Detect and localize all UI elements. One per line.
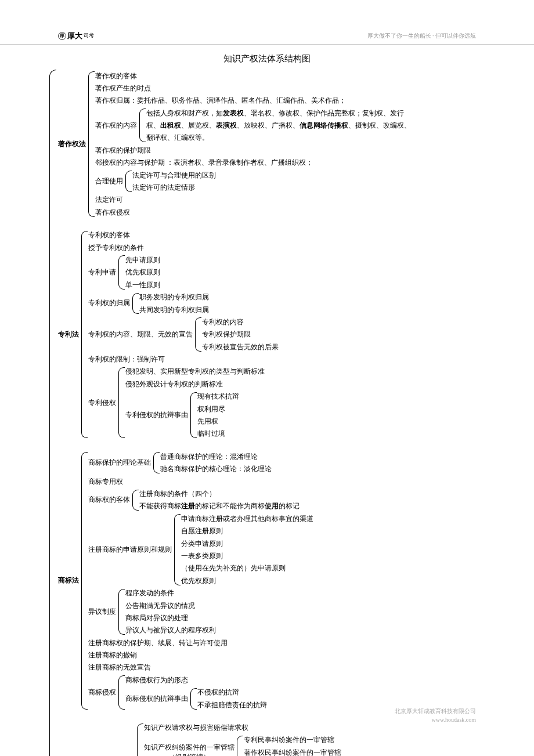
- node-infringement: 专利侵权 侵犯发明、实用新型专利权的类型与判断标准 侵犯外观设计专利权的判断标准…: [88, 366, 499, 440]
- node-theory: 商标保护的理论基础 普通商标保护的理论：混淆理论 驰名商标保护的核心理论：淡化理…: [88, 450, 499, 475]
- node-label: 商标权的客体: [88, 495, 132, 505]
- node-jurisdiction: 知识产权纠纷案件的一审管辖 （级别管辖） 专利民事纠纷案件的一审管辖 著作权民事…: [144, 734, 499, 756]
- leaf: 著作权的保护期限: [95, 144, 499, 156]
- leaf: 著作权侵权: [95, 206, 499, 218]
- footer: 北京厚大轩成教育科技有限公司 www.houdask.com: [395, 707, 476, 724]
- leaf: 异议人与被异议人的程序权利: [125, 624, 499, 636]
- leaf: 注册商标的无效宣告: [88, 661, 499, 674]
- logo-sub: 司考: [84, 32, 94, 40]
- leaf: 注册商标的条件（四个）: [139, 488, 499, 500]
- page-title: 知识产权法体系结构图: [0, 52, 534, 66]
- leaf: 现有技术抗辩: [197, 390, 499, 403]
- section-trademark: 商标法 商标保护的理论基础 普通商标保护的理论：混淆理论 驰名商标保护的核心理论…: [58, 450, 499, 711]
- leaf: 包括人身权和财产权，如发表权、署名权、修改权、保护作品完整权；复制权、发行: [146, 107, 466, 119]
- node-label: 商标保护的理论基础: [88, 458, 153, 468]
- leaf: 法定许可的法定情形: [132, 182, 499, 194]
- leaf: 不侵权的抗辩: [197, 686, 499, 699]
- leaf: 权、出租权、展览权、表演权、放映权、广播权、信息网络传播权、摄制权、改编权、: [146, 120, 466, 132]
- node-label: 专利侵权的抗辩事由: [125, 410, 190, 420]
- leaf: 侵犯外观设计专利权的判断标准: [125, 378, 499, 390]
- root-brace: [49, 70, 56, 756]
- leaf: 职务发明的专利权归属: [139, 291, 499, 303]
- leaf: 授予专利权的条件: [88, 241, 499, 254]
- leaf: 程序发动的条件: [125, 587, 499, 599]
- node-label: 专利申请: [88, 267, 118, 277]
- leaf: 著作权的客体: [95, 70, 499, 82]
- leaf: 普通商标保护的理论：混淆理论: [160, 450, 499, 462]
- leaf: 商标局对异议的处理: [125, 612, 499, 624]
- leaf: 法定许可与合理使用的区别: [132, 169, 499, 181]
- node-object: 商标权的客体 注册商标的条件（四个） 不能获得商标注册的标记和不能作为商标使用的…: [88, 488, 499, 513]
- leaf: 权利用尽: [197, 403, 499, 415]
- node-content: 著作权的内容 包括人身权和财产权，如发表权、署名权、修改权、保护作品完整权；复制…: [95, 107, 499, 144]
- leaf: 优先权原则: [125, 266, 499, 278]
- leaf: 先用权: [197, 415, 499, 428]
- leaf: 一表多类原则: [181, 549, 499, 562]
- node-defense: 专利侵权的抗辩事由 现有技术抗辩 权利用尽 先用权 临时过境: [125, 390, 499, 440]
- section-label: 专利法: [58, 330, 81, 339]
- leaf: 法定许可: [95, 194, 499, 206]
- leaf: 著作权归属：委托作品、职务作品、演绎作品、匿名作品、汇编作品、美术作品；: [95, 95, 499, 107]
- node-label: 专利权的内容、期限、无效的宣告: [88, 330, 195, 339]
- leaf: 著作权民事纠纷案件的一审管辖: [244, 746, 499, 756]
- node-application: 专利申请 先申请原则 优先权原则 单一性原则: [88, 254, 499, 291]
- leaf: 不能获得商标注册的标记和不能作为商标使用的标记: [139, 500, 499, 512]
- leaf: 商标专用权: [88, 475, 499, 487]
- leaf: （使用在先为补充的）先申请原则: [181, 562, 499, 574]
- footer-url: www.houdask.com: [395, 715, 476, 724]
- leaf: 先申请原则: [125, 254, 499, 266]
- leaf: 翻译权、汇编权等。: [146, 132, 499, 144]
- leaf: 专利权的客体: [88, 229, 499, 241]
- leaf: 优先权原则: [181, 574, 499, 587]
- node-label: 商标侵权的抗辩事由: [125, 694, 190, 704]
- leaf: 共同发明的专利权归属: [139, 303, 499, 316]
- node-label: 合理使用: [95, 176, 125, 186]
- node-label: 知识产权纠纷案件的一审管辖 （级别管辖）: [144, 743, 237, 756]
- node-ownership: 专利权的归属 职务发明的专利权归属 共同发明的专利权归属: [88, 291, 499, 316]
- section-label: 著作权法: [58, 139, 88, 149]
- leaf: 专利权被宣告无效的后果: [202, 341, 499, 353]
- node-label: 专利权的归属: [88, 298, 132, 308]
- footer-company: 北京厚大轩成教育科技有限公司: [395, 707, 476, 715]
- leaf: 公告期满无异议的情况: [125, 599, 499, 612]
- section-common-rules: 知识产权侵权的共同规则 知识产权请求权与损害赔偿请求权 知识产权纠纷案件的一审管…: [58, 722, 499, 756]
- leaf: 专利权的内容: [202, 316, 499, 328]
- node-label: 商标侵权: [88, 688, 118, 697]
- leaf: 单一性原则: [125, 278, 499, 291]
- page-header: 厚 厚大 司考 厚大做不了你一生的船长 · 但可以伴你远航: [0, 30, 534, 45]
- leaf: 著作权产生的时点: [95, 82, 499, 94]
- leaf: 申请商标注册或者办理其他商标事宜的渠道: [181, 512, 499, 525]
- leaf: 自愿注册原则: [181, 525, 499, 537]
- node-label: 著作权的内容: [95, 121, 139, 131]
- tagline: 厚大做不了你一生的船长 · 但可以伴你远航: [367, 31, 477, 40]
- section-copyright: 著作权法 著作权的客体 著作权产生的时点 著作权归属：委托作品、职务作品、演绎作…: [58, 70, 499, 219]
- node-label: 注册商标的申请原则和规则: [88, 545, 174, 555]
- leaf: 驰名商标保护的核心理论：淡化理论: [160, 463, 499, 475]
- leaf: 分类申请原则: [181, 537, 499, 549]
- leaf: 专利权保护期限: [202, 328, 499, 341]
- node-opposition: 异议制度 程序发动的条件 公告期满无异议的情况 商标局对异议的处理 异议人与被异…: [88, 587, 499, 637]
- section-patent: 专利法 专利权的客体 授予专利权的条件 专利申请 先申请原则 优先权原则 单一性…: [58, 229, 499, 440]
- node-content-term: 专利权的内容、期限、无效的宣告 专利权的内容 专利权保护期限 专利权被宣告无效的…: [88, 316, 499, 353]
- leaf: 商标侵权行为的形态: [125, 674, 499, 686]
- leaf: 临时过境: [197, 428, 499, 440]
- logo-main: 厚大: [67, 30, 82, 42]
- node-label: 专利侵权: [88, 398, 118, 408]
- outline-tree: 著作权法 著作权的客体 著作权产生的时点 著作权归属：委托作品、职务作品、演绎作…: [58, 70, 499, 756]
- node-reg-principles: 注册商标的申请原则和规则 申请商标注册或者办理其他商标事宜的渠道 自愿注册原则 …: [88, 512, 499, 587]
- leaf: 侵犯发明、实用新型专利权的类型与判断标准: [125, 366, 499, 378]
- leaf: 邻接权的内容与保护期 ：表演者权、录音录像制作者权、广播组织权；: [95, 157, 499, 169]
- section-label: 商标法: [58, 576, 81, 585]
- node-tm-infringement: 商标侵权 商标侵权行为的形态 商标侵权的抗辩事由 不侵权的抗辩 不承担赔偿责任的…: [88, 674, 499, 711]
- logo-icon: 厚: [58, 32, 66, 40]
- logo: 厚 厚大 司考: [58, 30, 94, 42]
- leaf: 专利权的限制：强制许可: [88, 353, 499, 366]
- leaf: 注册商标的撤销: [88, 649, 499, 661]
- leaf: 注册商标权的保护期、续展、转让与许可使用: [88, 636, 499, 649]
- node-label: 异议制度: [88, 607, 118, 617]
- node-fairuse: 合理使用 法定许可与合理使用的区别 法定许可的法定情形: [95, 169, 499, 194]
- leaf: 专利民事纠纷案件的一审管辖: [244, 734, 499, 746]
